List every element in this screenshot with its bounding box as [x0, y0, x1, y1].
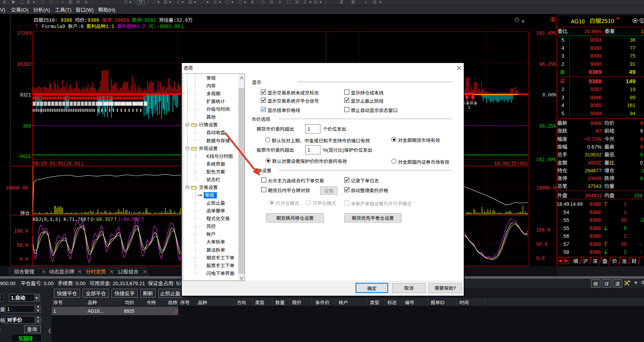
svg-text:1: 1 [468, 104, 470, 110]
